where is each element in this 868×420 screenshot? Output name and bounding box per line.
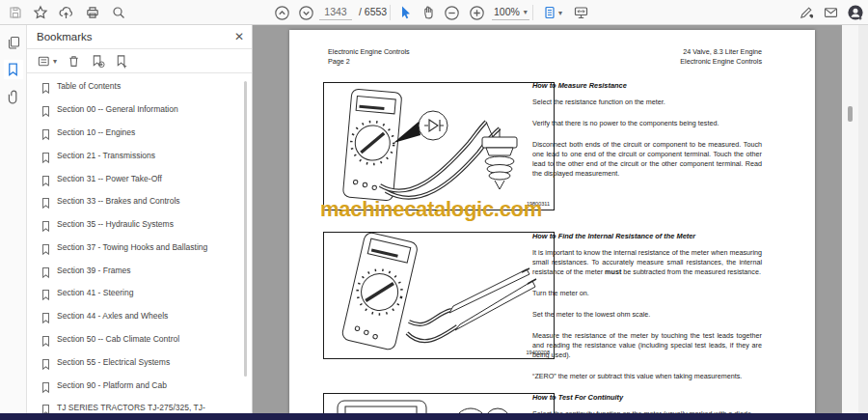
bookmark-item[interactable]: Table of Contents xyxy=(41,78,252,101)
bookmark-item[interactable]: TJ SERIES TRACTORS TJ-275/325, TJ-375/42… xyxy=(41,400,252,413)
bookmark-item[interactable]: Section 00 -- General Information xyxy=(41,101,252,125)
bookmark-item[interactable]: Section 44 - Axles and Wheels xyxy=(41,308,252,331)
figure-continuity-test xyxy=(323,393,555,413)
bookmark-ribbon-icon xyxy=(41,287,52,305)
print-button[interactable] xyxy=(83,3,102,22)
bookmark-item[interactable]: Section 37 - Towing Hooks and Ballasting xyxy=(41,238,252,262)
paragraph: Turn the meter on. xyxy=(532,289,762,298)
zoom-level-dropdown[interactable]: 100% ▾ xyxy=(492,4,529,20)
zoom-level-value: 100% xyxy=(494,6,520,17)
document-pane: Electronic Engine Controls Page 2 24 Val… xyxy=(253,25,842,413)
fit-width-button[interactable] xyxy=(571,3,590,22)
section-measure-resistance: How to Measure Resistance Select the res… xyxy=(532,81,762,190)
bookmark-item[interactable]: Section 10 -- Engines xyxy=(41,125,252,148)
arrow-down-circle-icon xyxy=(298,5,314,21)
cloud-upload-button[interactable] xyxy=(56,3,75,22)
bookmark-ribbon-icon xyxy=(41,150,52,168)
bookmark-item-label: Section 39 - Frames xyxy=(57,265,248,283)
cursor-pointer-icon xyxy=(397,5,413,20)
bookmark-options-button[interactable]: ▾ xyxy=(37,54,57,69)
fit-width-icon xyxy=(573,5,589,20)
window-right-edge xyxy=(858,25,868,413)
bookmark-item[interactable]: Section 21 - Transmissions xyxy=(41,147,252,170)
paragraph: Measure the resistance of the meter by t… xyxy=(532,331,762,360)
section-test-continuity: How to Test For Continuity Select the co… xyxy=(532,393,762,413)
previous-page-button[interactable] xyxy=(272,3,291,22)
bookmark-item[interactable]: Section 55 - Electrical Systems xyxy=(41,353,252,377)
paragraph: Verify that there is no power to the com… xyxy=(532,119,762,128)
add-bookmark-icon xyxy=(91,54,105,69)
select-tool-button[interactable] xyxy=(395,3,415,22)
section-heading: How to Find the Internal Resistance of t… xyxy=(532,232,762,240)
paragraph: Disconnect both ends of the circuit or c… xyxy=(532,140,762,179)
emphasis-text: must xyxy=(605,267,621,276)
bookmark-ribbon-icon xyxy=(41,103,52,122)
cloud-upload-icon xyxy=(58,5,74,20)
figure-multimeter-probes: 19400208 xyxy=(323,232,555,359)
star-icon xyxy=(33,5,48,20)
bookmark-item[interactable]: Section 90 - Platform and Cab xyxy=(41,377,252,400)
bookmark-ribbon-icon xyxy=(41,379,52,398)
pen-icon xyxy=(799,5,815,20)
bookmark-ribbon-icon xyxy=(41,126,52,145)
save-button[interactable] xyxy=(6,3,25,22)
bookmark-item-label: Section 50 -- Cab Climate Control xyxy=(57,333,248,351)
bookmark-item-label: Section 41 - Steering xyxy=(57,287,248,305)
new-bookmark-button[interactable] xyxy=(91,54,105,69)
bookmark-item-label: Section 90 - Platform and Cab xyxy=(57,379,248,398)
bookmark-item[interactable]: Section 39 - Frames xyxy=(41,262,252,285)
bookmarks-toolbar: ▾ xyxy=(27,49,252,73)
multimeter-injector-illustration: 19800311 xyxy=(324,83,554,210)
chevron-down-icon[interactable]: ▾ xyxy=(558,9,562,17)
bookmark-icon xyxy=(6,62,20,77)
find-current-bookmark-button[interactable] xyxy=(115,54,129,69)
page-number-input[interactable] xyxy=(319,4,352,20)
paragraph: Select the resistance function on the me… xyxy=(532,98,762,107)
search-button[interactable] xyxy=(109,3,128,22)
bookmark-item[interactable]: Section 35 -- Hydraulic Systems xyxy=(41,216,252,239)
page-header-left: Electronic Engine Controls Page 2 xyxy=(328,47,410,66)
bookmark-item-label: Section 44 - Axles and Wheels xyxy=(57,310,248,328)
bookmarks-panel-button[interactable] xyxy=(4,60,23,79)
bookmark-item[interactable]: Section 50 -- Cab Climate Control xyxy=(41,331,252,354)
bookmark-item[interactable]: Section 41 - Steering xyxy=(41,285,252,308)
header-line: 24 Valve, 8.3 Liter Engine xyxy=(680,47,762,57)
document-scrollbar-track[interactable] xyxy=(842,25,858,413)
bookmark-item[interactable]: Section 31 -- Power Take-Off xyxy=(41,170,252,193)
fill-and-sign-button[interactable] xyxy=(797,3,816,22)
options-list-icon xyxy=(37,54,51,69)
bookmark-item-label: Table of Contents xyxy=(57,80,248,98)
chevron-down-icon: ▾ xyxy=(524,8,528,16)
bookmark-item[interactable]: Section 33 -- Brakes and Controls xyxy=(41,193,252,216)
bookmark-ribbon-icon xyxy=(41,265,52,283)
bookmark-item-label: Section 21 - Transmissions xyxy=(57,150,248,168)
close-panel-button[interactable]: ✕ xyxy=(234,30,244,43)
bookmark-item-label: Section 31 -- Power Take-Off xyxy=(57,173,248,191)
bookmarks-panel-title: Bookmarks xyxy=(37,31,234,42)
hand-tool-button[interactable] xyxy=(419,3,438,22)
zoom-out-button[interactable] xyxy=(442,3,461,22)
person-avatar-icon xyxy=(847,4,864,21)
zoom-in-button[interactable] xyxy=(467,3,486,22)
email-share-button[interactable] xyxy=(821,3,840,22)
figure-multimeter-resistance: 19800311 xyxy=(323,82,555,210)
toolbar-divider xyxy=(532,5,533,20)
page-display-mode-button[interactable] xyxy=(540,3,559,22)
top-toolbar: / 6553 100% ▾ ▾ xyxy=(0,0,868,25)
account-avatar-button[interactable] xyxy=(846,3,865,22)
favorites-star-button[interactable] xyxy=(31,3,50,22)
bookmark-ribbon-icon xyxy=(41,356,52,375)
attachments-panel-button[interactable] xyxy=(4,87,23,106)
bookmarks-panel: Bookmarks ✕ ▾ Table of Contents Section … xyxy=(27,25,253,413)
document-scrollbar-thumb[interactable] xyxy=(848,106,853,122)
page-scrolling-icon xyxy=(542,5,557,20)
page-thumbnails-button[interactable] xyxy=(4,33,23,52)
section-heading: How to Measure Resistance xyxy=(532,81,762,90)
pdf-page: Electronic Engine Controls Page 2 24 Val… xyxy=(289,30,815,413)
next-page-button[interactable] xyxy=(296,3,315,22)
bookmarks-scrollbar-thumb[interactable] xyxy=(244,81,247,377)
delete-bookmark-button[interactable] xyxy=(67,54,81,69)
page-total-label: / 6553 xyxy=(359,6,387,17)
pages-copy-icon xyxy=(6,35,21,50)
bookmark-ribbon-icon xyxy=(41,402,52,413)
